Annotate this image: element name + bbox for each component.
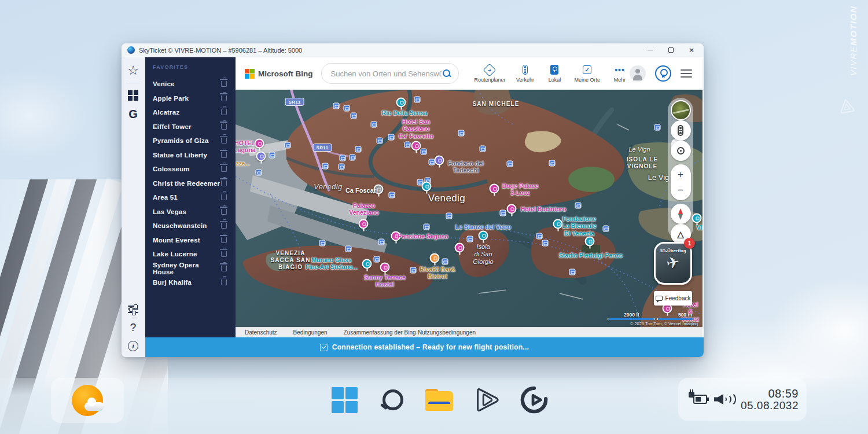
favorite-item[interactable]: Christ the Redeemer: [153, 176, 236, 191]
favorite-item[interactable]: Statue of Liberty: [153, 148, 236, 163]
trash-icon[interactable]: [221, 166, 227, 172]
favorite-item[interactable]: Sydney Opera House: [153, 262, 236, 276]
map-label[interactable]: Venedig: [428, 193, 465, 204]
footer-link[interactable]: Bedingungen: [293, 329, 328, 336]
transit-stop-icon[interactable]: [480, 146, 486, 152]
transit-stop-icon[interactable]: [542, 240, 549, 247]
cart-map-pin[interactable]: [256, 152, 266, 161]
transit-stop-icon[interactable]: [355, 146, 362, 153]
bing-maps-icon[interactable]: [126, 88, 141, 103]
trash-icon[interactable]: [221, 181, 227, 186]
stadium-map-pin[interactable]: [585, 237, 595, 247]
trash-icon[interactable]: [221, 251, 227, 257]
volume-icon[interactable]: [714, 392, 733, 406]
transit-stop-icon[interactable]: [374, 256, 380, 263]
transit-stop-icon[interactable]: [339, 164, 345, 170]
transit-stop-icon[interactable]: [414, 97, 421, 103]
bing-nav-meine-orte[interactable]: ✓Meine Orte: [574, 65, 600, 83]
favorite-item[interactable]: Eiffel Tower: [153, 120, 236, 134]
favorite-item[interactable]: Las Vegas: [153, 205, 236, 219]
transit-stop-icon[interactable]: [575, 203, 582, 209]
bed-map-pin[interactable]: [455, 243, 465, 253]
map-label[interactable]: ISOLA LE VIGNOLE: [612, 156, 672, 170]
house-map-pin[interactable]: [692, 214, 702, 223]
trash-icon[interactable]: [221, 194, 227, 200]
bed-map-pin[interactable]: [507, 204, 517, 214]
favorite-item[interactable]: Pyramids of Giza: [153, 134, 236, 148]
trash-icon[interactable]: [221, 152, 227, 158]
feedback-button[interactable]: Feedback: [654, 291, 692, 306]
trash-icon[interactable]: [221, 209, 227, 215]
file-explorer-button[interactable]: [425, 384, 454, 416]
help-icon[interactable]: ?: [126, 320, 141, 335]
taskbar-search-button[interactable]: [377, 384, 406, 416]
avatar[interactable]: [630, 65, 646, 82]
transit-stop-icon[interactable]: [388, 134, 395, 141]
footer-link[interactable]: Datenschutz: [245, 329, 277, 336]
transit-stop-icon[interactable]: [344, 105, 350, 112]
trash-icon[interactable]: [221, 138, 227, 144]
camera-map-pin[interactable]: [422, 182, 432, 192]
map-label[interactable]: SAN MICHELE: [473, 101, 520, 108]
map-label[interactable]: Venedig: [314, 183, 343, 192]
bing-nav-mehr[interactable]: •••Mehr: [610, 65, 630, 83]
maximize-button[interactable]: [668, 47, 674, 53]
transit-stop-icon[interactable]: [389, 192, 395, 198]
transit-stop-icon[interactable]: [421, 149, 427, 155]
favorite-item[interactable]: Burj Khalifa: [153, 275, 236, 290]
transit-stop-icon[interactable]: [333, 103, 340, 109]
transit-stop-icon[interactable]: [549, 160, 556, 167]
map-label[interactable]: Hotel San Cassiano Ca' Favretto: [399, 118, 433, 139]
transit-stop-icon[interactable]: [536, 233, 543, 240]
map-canvas[interactable]: SAN MICHELEISOLA LE VIGNOLEVENEZIA SACCA…: [236, 90, 703, 327]
map-label[interactable]: Riva93 Bar& Bistrot: [420, 266, 455, 280]
map-label[interactable]: Le Vign: [628, 146, 650, 153]
start-button[interactable]: [330, 384, 359, 416]
locate-me-button[interactable]: [671, 141, 691, 161]
trash-icon[interactable]: [221, 109, 227, 115]
close-button[interactable]: ✕: [689, 47, 694, 54]
map-label[interactable]: Sunny Terrace Hostel: [364, 274, 406, 288]
weather-widget[interactable]: [51, 378, 124, 423]
map-label[interactable]: Doge Palace 3-Locz: [502, 182, 538, 197]
camera-map-pin[interactable]: [362, 259, 372, 269]
compass-button[interactable]: [671, 204, 691, 224]
trash-icon[interactable]: [221, 124, 227, 130]
map-label[interactable]: Hotel Bucintoro: [521, 205, 567, 212]
transit-stop-icon[interactable]: [603, 226, 609, 232]
3d-overflight-button[interactable]: 3D-Überflug ✈ 1: [654, 242, 692, 285]
bed-map-pin[interactable]: [380, 263, 390, 273]
map-label[interactable]: Le Stanze del Vetro: [455, 223, 511, 230]
map-label[interactable]: Vil: [697, 224, 703, 231]
transit-stop-icon[interactable]: [424, 224, 430, 230]
zoom-out-button[interactable]: −: [678, 185, 683, 195]
map-label[interactable]: HOTEL Laguna: [236, 139, 256, 154]
map-label[interactable]: Le Vig: [648, 173, 670, 182]
minimize-button[interactable]: [648, 50, 653, 51]
transit-stop-icon[interactable]: [442, 259, 448, 265]
transit-stop-icon[interactable]: [654, 124, 661, 131]
google-maps-icon[interactable]: G: [126, 106, 141, 122]
bag-map-pin[interactable]: [435, 156, 444, 165]
favorite-item[interactable]: Area 51: [153, 190, 236, 205]
search-icon[interactable]: [442, 69, 451, 78]
map-style-button[interactable]: [671, 100, 691, 120]
transit-stop-icon[interactable]: [458, 130, 465, 137]
museum-map-pin[interactable]: [479, 231, 488, 241]
transit-stop-icon[interactable]: [371, 122, 377, 128]
game-app-button[interactable]: [520, 384, 549, 416]
map-label[interactable]: Fondaco dei Tedeschi: [448, 160, 484, 174]
cocktail-map-pin[interactable]: [430, 253, 440, 263]
transit-stop-icon[interactable]: [569, 269, 576, 275]
bing-nav-routenplaner[interactable]: Routenplaner: [474, 65, 505, 83]
map-label[interactable]: Stadio Pierluigi Penzo: [559, 252, 623, 259]
favorite-item[interactable]: Colosseum: [153, 162, 236, 176]
trash-icon[interactable]: [221, 279, 227, 285]
transit-stop-icon[interactable]: [404, 142, 411, 148]
map-label[interactable]: Ca Foscari: [345, 187, 378, 194]
transit-stop-icon[interactable]: [345, 246, 352, 252]
transit-stop-icon[interactable]: [507, 161, 513, 167]
map-label[interactable]: Murano Glass Fine-Art Stefano...: [306, 256, 358, 271]
bed-map-pin[interactable]: [411, 141, 421, 151]
map-label[interactable]: Rio Della Sensa: [382, 109, 428, 116]
